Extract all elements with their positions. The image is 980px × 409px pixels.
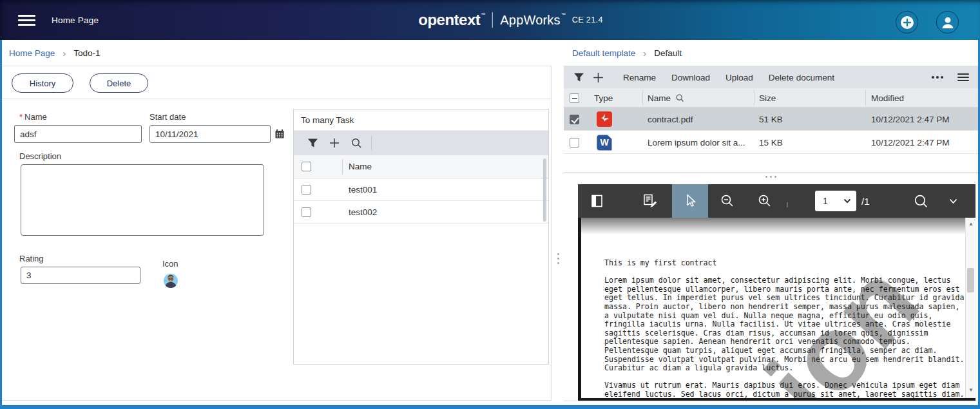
scroll-up-arrow[interactable]: ▲ (966, 218, 975, 229)
window-border-bottom (0, 405, 980, 409)
task-row-test002[interactable]: test002 (294, 201, 548, 224)
toolbar-divider (371, 136, 372, 150)
scroll-down-arrow[interactable]: ▼ (966, 385, 975, 395)
document-row-contract-pdf[interactable]: contract.pdf 51 KB 10/12/2021 2:47 PM (564, 108, 978, 131)
description-textarea[interactable] (21, 164, 264, 236)
more-actions-button[interactable] (929, 73, 946, 81)
left-breadcrumb: Home Page › Todo-1 (2, 40, 552, 66)
right-breadcrumb: Default template › Default (564, 40, 978, 66)
svg-text:W: W (600, 137, 609, 147)
tasks-panel-title: To many Task (294, 109, 548, 131)
word-file-icon: W (596, 134, 613, 151)
user-profile-button[interactable] (936, 11, 959, 33)
tasks-add-button[interactable] (323, 135, 345, 151)
scrollbar-thumb[interactable] (967, 268, 974, 292)
viewer-search-button[interactable] (907, 184, 935, 218)
zoom-in-icon (757, 193, 773, 209)
task-name: test001 (349, 185, 377, 195)
sidebar-toggle-button[interactable] (583, 184, 611, 218)
menu-icon[interactable] (18, 15, 35, 26)
name-input[interactable] (14, 125, 142, 143)
brand-opentext: opentext (418, 11, 480, 29)
documents-table-header: Type Name Size Modified (564, 88, 978, 108)
name-column-header[interactable]: Name (648, 88, 684, 108)
page-title: Home Page (52, 0, 99, 40)
breadcrumb-home-page-link[interactable]: Home Page (9, 48, 55, 58)
task-row-test001[interactable]: test001 (294, 178, 548, 201)
top-header: Home Page opentext™ AppWorks™ CE 21.4 (0, 0, 980, 40)
modified-column-header[interactable]: Modified (871, 88, 904, 108)
history-button[interactable]: History (12, 73, 73, 93)
horizontal-splitter[interactable] (564, 173, 978, 184)
upload-button[interactable]: Upload (725, 73, 753, 82)
breadcrumb-default-template-link[interactable]: Default template (572, 48, 635, 58)
annotation-button[interactable] (636, 184, 664, 218)
right-section-bottom-border (564, 401, 978, 401)
size-column-header[interactable]: Size (759, 88, 776, 108)
select-tool-button-active[interactable] (672, 184, 708, 218)
document-name: Lorem ipsum dolor sit a... (648, 131, 745, 154)
column-search-icon (675, 93, 684, 102)
pdf-page: ion This is my first contract Lorem ipsu… (578, 218, 975, 401)
page-number-select[interactable]: 1 (815, 191, 856, 211)
tasks-filter-button[interactable] (302, 135, 323, 151)
description-label: Description (19, 151, 61, 161)
breadcrumb-separator: › (643, 48, 646, 59)
to-many-task-panel: To many Task Name test001 test002 (293, 109, 549, 365)
search-icon (351, 137, 362, 149)
toolbar-shadow (581, 218, 975, 234)
breadcrumb-separator: › (62, 48, 66, 59)
document-size: 15 KB (759, 131, 783, 154)
tasks-search-button[interactable] (345, 135, 367, 151)
zoom-out-button[interactable] (713, 184, 742, 218)
documents-select-all-checkbox[interactable] (570, 93, 579, 103)
document-checkbox-checked[interactable] (570, 115, 579, 124)
filter-icon (573, 72, 584, 82)
delete-button[interactable]: Delete (90, 73, 148, 93)
required-marker: * (19, 112, 23, 122)
vertical-splitter[interactable] (553, 40, 564, 401)
toolbar-tick (787, 202, 788, 207)
viewer-toolbar: 1 /1 (578, 184, 975, 218)
rating-input[interactable] (21, 267, 140, 284)
zoom-in-button[interactable] (751, 184, 779, 218)
document-checkbox[interactable] (570, 138, 579, 147)
task-checkbox[interactable] (302, 207, 311, 217)
breadcrumb-current-todo: Todo-1 (73, 48, 100, 58)
tasks-select-all-checkbox[interactable] (302, 162, 311, 171)
start-date-input[interactable] (150, 129, 274, 139)
logo-divider (492, 12, 492, 28)
tasks-table-header: Name (294, 155, 548, 178)
person-icon (941, 15, 955, 30)
tasks-scrollbar[interactable] (543, 158, 546, 222)
pdf-viewer: 1 /1 ion This is my first contract Lorem… (578, 184, 975, 401)
rating-label: Rating (19, 254, 44, 263)
delete-document-button[interactable]: Delete document (769, 73, 834, 82)
filter-icon (307, 138, 318, 148)
tasks-toolbar (294, 131, 548, 155)
document-modified: 10/12/2021 2:47 PM (871, 108, 950, 131)
list-menu-icon[interactable] (957, 73, 969, 81)
document-row-lorem-ipsum[interactable]: W Lorem ipsum dolor sit a... 15 KB 10/12… (564, 131, 978, 154)
plus-icon (592, 71, 604, 84)
document-name: contract.pdf (648, 108, 693, 131)
name-label: *Name (19, 112, 47, 122)
product-appworks: AppWorks (500, 13, 561, 28)
start-date-field (149, 125, 271, 143)
documents-filter-button[interactable] (569, 69, 588, 86)
download-button[interactable]: Download (671, 73, 710, 82)
viewer-scrollbar[interactable]: ▲ ▼ (965, 218, 975, 398)
tasks-name-column-header: Name (349, 162, 372, 171)
rename-button[interactable]: Rename (623, 73, 656, 82)
add-button[interactable] (896, 11, 918, 33)
annotate-document-icon (642, 193, 658, 209)
type-column-header[interactable]: Type (594, 88, 613, 108)
product-version: CE 21.4 (572, 15, 603, 24)
calendar-picker-button[interactable] (274, 129, 285, 139)
appworks-window: Home Page opentext™ AppWorks™ CE 21.4 Ho… (0, 0, 980, 409)
column-divider (342, 159, 343, 175)
task-name: test002 (349, 207, 377, 217)
documents-add-button[interactable] (588, 69, 608, 86)
task-checkbox[interactable] (302, 185, 311, 195)
viewer-more-button[interactable] (939, 184, 967, 218)
